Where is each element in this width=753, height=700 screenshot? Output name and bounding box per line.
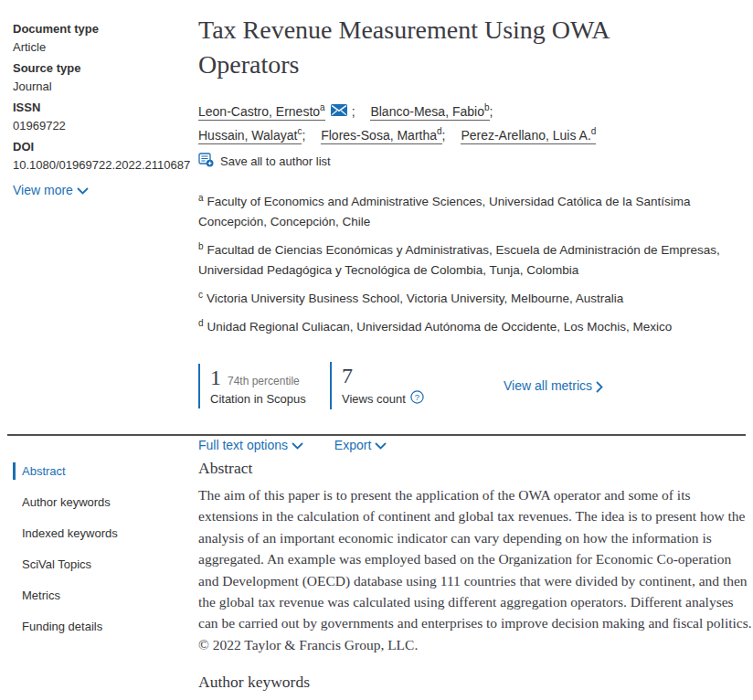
save-all-to-author-list-button[interactable]: Save all to author list: [198, 153, 753, 170]
author-link[interactable]: Hussain, Walayatc: [198, 128, 302, 144]
nav-item-author-keywords[interactable]: Author keywords: [13, 493, 186, 511]
affiliation: cVictoria University Business School, Vi…: [198, 289, 753, 309]
doc-meta-field: DOI 10.1080/01969722.2022.2110687: [13, 138, 196, 175]
abstract-heading: Abstract: [198, 456, 753, 480]
chevron-down-icon: [375, 438, 387, 452]
full-text-options-button[interactable]: Full text options: [198, 438, 307, 452]
document-actions: Full text options Export: [198, 438, 753, 452]
doc-meta-field: Document type Article: [13, 20, 196, 57]
nav-item-indexed-keywords[interactable]: Indexed keywords: [13, 525, 186, 542]
citation-percentile: 74th percentile: [228, 375, 300, 387]
author-keywords-heading: Author keywords: [198, 670, 753, 694]
field-label: Source type: [13, 59, 196, 78]
doc-meta-field: Source type Journal: [13, 59, 196, 96]
affiliations-list: aFaculty of Economics and Administrative…: [198, 192, 753, 337]
help-circle-icon[interactable]: ?: [410, 390, 424, 407]
document-meta-sidebar: Document type Article Source type Journa…: [13, 20, 196, 198]
field-value: 01969722: [13, 117, 196, 135]
field-value: Article: [13, 38, 196, 57]
author-link[interactable]: Perez-Arellano, Luis A.d: [461, 128, 596, 144]
email-icon[interactable]: [331, 104, 347, 119]
affiliation: bFacultad de Ciencias Económicas y Admin…: [198, 240, 753, 281]
views-label: Views count: [342, 392, 406, 406]
page-title: Tax Revenue Measurement Using OWA Operat…: [198, 13, 692, 82]
author-link[interactable]: Flores-Sosa, Marthad: [321, 128, 441, 144]
citation-label: Citation in Scopus: [210, 392, 306, 406]
citation-count: 1: [210, 366, 221, 388]
authors-row-2: Hussain, Walayatc; Flores-Sosa, Marthad;…: [198, 124, 753, 146]
section-divider: [7, 434, 746, 436]
affiliation: dUnidad Regional Culiacan, Universidad A…: [198, 317, 753, 337]
views-count: 7: [342, 365, 353, 387]
chevron-down-icon: [292, 438, 303, 452]
authors-row-1: Leon-Castro, Ernestoa; Blanco-Mesa, Fabi…: [198, 101, 753, 122]
abstract-text: The aim of this paper is to present the …: [198, 484, 753, 655]
views-metric: 7 Views count ?: [330, 362, 438, 409]
author-link[interactable]: Leon-Castro, Ernestoa: [198, 104, 325, 121]
author-link[interactable]: Blanco-Mesa, Fabiob: [370, 104, 489, 121]
svg-text:?: ?: [415, 392, 419, 402]
field-value: Journal: [13, 78, 196, 96]
nav-item-funding-details[interactable]: Funding details: [13, 618, 186, 635]
field-value: 10.1080/01969722.2022.2110687: [13, 156, 196, 175]
chevron-down-icon: [77, 183, 89, 197]
field-label: ISSN: [13, 99, 196, 117]
nav-item-scival-topics[interactable]: SciVal Topics: [13, 556, 186, 573]
nav-item-abstract[interactable]: Abstract: [13, 462, 186, 480]
export-button[interactable]: Export: [334, 438, 387, 452]
metrics-panel: 1 74th percentile Citation in Scopus 7 V…: [198, 362, 753, 409]
affiliation: aFaculty of Economics and Administrative…: [198, 192, 753, 232]
view-more-button[interactable]: View more: [13, 183, 89, 197]
view-all-metrics-link[interactable]: View all metrics: [504, 378, 604, 393]
citation-metric: 1 74th percentile Citation in Scopus: [198, 364, 306, 408]
field-label: Document type: [13, 20, 196, 38]
field-label: DOI: [13, 138, 196, 156]
article-body: Abstract The aim of this paper is to pre…: [198, 456, 753, 700]
scopus-document-page: { "colors": { "accent_blue": "#1b6fb5", …: [0, 0, 753, 700]
document-header: Tax Revenue Measurement Using OWA Operat…: [198, 13, 753, 452]
add-to-list-icon: [198, 153, 214, 170]
nav-item-metrics[interactable]: Metrics: [13, 587, 186, 604]
doc-meta-field: ISSN 01969722: [13, 99, 196, 135]
chevron-right-icon: [596, 378, 604, 393]
section-nav: Abstract Author keywords Indexed keyword…: [13, 462, 186, 649]
